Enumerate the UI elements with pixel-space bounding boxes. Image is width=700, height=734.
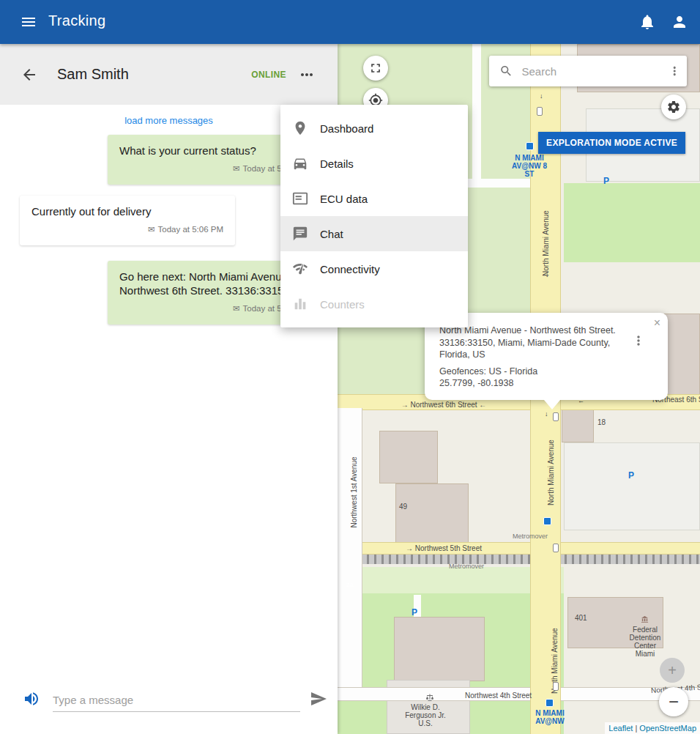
zoom-in-button[interactable]: + — [660, 658, 685, 683]
station-icon — [553, 544, 559, 552]
menu-item-label: Chat — [320, 228, 343, 240]
street-label-nw4: Northwest 4th Street — [465, 692, 532, 700]
housenumber-401: 401 — [575, 614, 587, 622]
menu-item-label: ECU data — [320, 193, 368, 205]
building-49-a — [379, 431, 438, 483]
street-label-nw5: → Northwest 5th Street — [389, 544, 499, 552]
wilkie-ferguson-label: Wilkie D. Ferguson Jr. U.S. — [400, 703, 451, 727]
more-horiz-icon — [298, 66, 316, 84]
send-button[interactable] — [310, 690, 327, 711]
street-label-nw6: → Northwest 6th Street ← — [381, 401, 506, 409]
green-area-right — [564, 183, 700, 262]
menu-item-label: Connectivity — [320, 263, 380, 275]
attribution-separator: | — [635, 724, 637, 733]
app-bar: Tracking — [0, 0, 700, 44]
menu-item-details[interactable]: Details — [280, 146, 468, 181]
metromover-rail — [338, 555, 700, 564]
chat-header: Sam Smith ONLINE — [0, 44, 338, 105]
bar-chart-icon — [292, 296, 308, 312]
road-northwest-1st-avenue — [338, 408, 362, 687]
fullscreen-icon — [368, 61, 383, 75]
building-park-south — [394, 617, 485, 681]
menu-item-dashboard[interactable]: Dashboard — [280, 111, 468, 146]
list-icon — [292, 190, 308, 207]
gear-icon — [666, 100, 681, 114]
metromover-label-1: Metromover — [513, 533, 548, 540]
message-meta: ✉ Today at 5:06 PM — [31, 223, 223, 237]
envelope-icon: ✉ — [233, 302, 240, 316]
map-settings-button[interactable] — [661, 94, 686, 119]
station-icon — [553, 412, 559, 421]
message-input[interactable] — [53, 689, 300, 712]
government-building-icon — [641, 615, 649, 623]
oneway-arrow: ↓ — [546, 271, 549, 278]
transit-stop-icon — [526, 142, 534, 150]
popup-geofences: Geofences: US - Florida — [439, 366, 653, 378]
network-icon — [292, 261, 308, 277]
arrow-back-icon — [21, 66, 38, 84]
message-time: Today at 5:06 PM — [158, 223, 224, 237]
fullscreen-button[interactable] — [363, 56, 388, 81]
street-arrow-left: ← — [479, 401, 486, 409]
menu-item-counters: Counters — [280, 286, 468, 322]
plaza-partial-label: za — [346, 581, 354, 588]
transit-label-top: N MIAMI AV@NW 8 ST — [510, 154, 548, 178]
chat-more-button[interactable] — [298, 66, 316, 84]
sound-toggle-button[interactable] — [23, 690, 40, 711]
housenumber-18: 18 — [597, 418, 606, 426]
avenue-label-1: North Miami Avenue — [542, 210, 550, 276]
hamburger-icon — [20, 13, 37, 31]
openstreetmap-link[interactable]: OpenStreetMap — [639, 724, 696, 733]
person-icon — [671, 13, 688, 31]
zoom-out-button[interactable]: − — [659, 687, 688, 716]
federal-detention-label: Federal Detention Center Miami — [625, 626, 666, 658]
transit-stop-icon — [546, 699, 554, 707]
menu-item-chat[interactable]: Chat — [280, 216, 468, 251]
envelope-icon: ✉ — [233, 162, 240, 176]
back-button[interactable] — [21, 66, 38, 84]
volume-up-icon — [23, 690, 40, 708]
popup-tail — [544, 400, 560, 409]
street-name: Northwest 6th Street — [410, 401, 477, 409]
popup-coordinates: 25.7799, -80.1938 — [439, 377, 653, 390]
oneway-arrow: ↓ — [545, 410, 548, 418]
avenue-label-2: North Miami Avenue — [547, 440, 555, 505]
leaflet-link[interactable]: Leaflet — [608, 724, 633, 733]
chat-message-incoming: Currently out for delivery ✉ Today at 5:… — [20, 196, 235, 245]
parking-marker: P — [412, 607, 417, 618]
search-icon — [499, 64, 513, 78]
send-icon — [310, 690, 327, 708]
envelope-icon: ✉ — [148, 223, 155, 237]
footpath-vertical — [472, 44, 481, 187]
map-search-input[interactable] — [522, 65, 668, 78]
station-icon — [537, 107, 543, 116]
hamburger-menu-button[interactable] — [20, 13, 37, 34]
menu-item-connectivity[interactable]: Connectivity — [280, 251, 468, 286]
exploration-mode-badge: EXPLORATION MODE ACTIVE — [538, 132, 685, 154]
account-button[interactable] — [671, 13, 688, 34]
bell-icon — [638, 13, 656, 31]
popup-address: North Miami Avenue - Northwest 6th Stree… — [439, 325, 618, 361]
parking-marker: P — [603, 176, 609, 186]
chat-contact-name: Sam Smith — [57, 66, 129, 83]
message-composer — [0, 678, 338, 722]
transit-stop-icon — [543, 517, 551, 525]
notifications-button[interactable] — [638, 13, 656, 34]
parking-lot-east — [564, 442, 700, 530]
transit-label-bottom: N MIAMI AV@NW — [531, 709, 569, 725]
metromover-label-2: Metromover — [449, 563, 484, 570]
chat-icon — [292, 226, 308, 242]
popup-more-vert-icon[interactable] — [631, 333, 646, 348]
map-search-bar — [489, 56, 687, 86]
courthouse-scales-icon — [425, 693, 434, 702]
tracking-app: N MIAMI AV@NW 8 ST ↓ P North Miami Avenu… — [0, 0, 700, 734]
menu-item-label: Details — [320, 157, 354, 170]
place-icon — [292, 120, 308, 136]
message-text: Currently out for delivery — [31, 204, 223, 218]
building-18 — [562, 408, 594, 442]
menu-item-ecu-data[interactable]: ECU data — [280, 181, 468, 216]
housenumber-49: 49 — [399, 503, 407, 511]
search-more-vert-icon[interactable] — [668, 64, 682, 78]
menu-item-label: Dashboard — [320, 122, 373, 135]
popup-close-icon[interactable]: × — [654, 317, 660, 330]
